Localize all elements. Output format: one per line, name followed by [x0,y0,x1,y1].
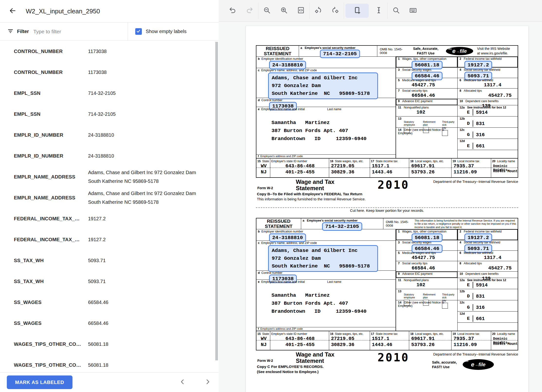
mark-as-labeled-button[interactable]: MARK AS LABELED [7,375,72,389]
label-value: 19127.2 [88,214,198,223]
crop-add-button[interactable] [345,4,369,18]
filter-input[interactable] [33,29,126,35]
label-row[interactable]: FEDERAL_INCOME_TAX_… 19127.2 [0,208,219,229]
rotate-right-button[interactable] [328,4,342,18]
label-row[interactable]: EMPL_SSN 714-32-2105 [0,83,219,104]
text-select-button[interactable] [372,4,386,18]
back-button[interactable] [7,5,18,17]
label-row[interactable]: EMPL_SSN 714-32-2105 [0,104,219,125]
undo-icon [229,6,236,15]
rotate-right-icon [331,6,339,15]
label-name: EMPL_SSN [14,90,88,96]
label-row[interactable]: EMPLR_NAME_ADDRESS Adams, Chase and Gilb… [0,166,219,187]
code-brackets-icon [297,6,305,15]
keyboard-icon [409,6,417,15]
label-row[interactable]: EMPLR_NAME_ADDRESS Adams, Chase and Gilb… [0,187,219,208]
label-row[interactable]: SS_WAGES 66584.46 [0,292,219,313]
list-scrollbar[interactable] [215,42,218,360]
w2-box12c-value: 316 [473,305,485,310]
label-row[interactable]: WAGES_TIPS_OTHER_CO… 56081.18 [0,334,219,355]
w2-box-13: 13 StatutoryemployeeRetirementplanThird-… [396,289,457,300]
previous-document-button[interactable] [178,377,187,387]
w2-box-7: 7 Social security tips66584.46 [396,89,457,99]
w2-form: REISSUEDSTATEMENT a Employee's social se… [256,218,518,350]
label-row[interactable]: EMPLR_ID_NUMBER 24-3188810 [0,125,219,145]
w2-box-c: c Employer's name, address, and ZIP code… [256,241,396,271]
w2-box7-value: 66584.46 [398,93,457,98]
w2-box12c-code: G [460,305,470,310]
w2-box-e: e Employee's first name and initialLast … [256,280,396,327]
w2-box-11: 11 Nonqualified plans102 [396,105,457,116]
w2-employer-address-highlight[interactable]: Adams, Chase and Gilbert Inc972 Gonzalez… [268,245,378,272]
toolbar-divider [309,2,310,19]
w2-state-value: 53793.26 [410,342,451,347]
w2-box-12d: 12d E661 [458,139,518,150]
label-row[interactable]: EMPLR_ID_NUMBER 24-3188810 [0,145,219,166]
w2-box-c: c Employer's name, address, and ZIP code… [256,68,396,98]
label-row[interactable]: FEDERAL_INCOME_TAX_… 19127.2 [0,229,219,250]
zoom-in-icon [280,6,288,15]
w2-box12b-value: 831 [473,294,485,299]
next-document-button[interactable] [203,377,213,387]
cut-here-line [256,207,518,208]
w2-form: REISSUEDSTATEMENT a Employee's social se… [256,45,518,178]
label-value: 56081.18 [88,361,198,369]
keyboard-button[interactable] [406,4,420,18]
w2-box-empty [458,150,518,158]
filter-icon [7,28,14,35]
label-row[interactable]: SS_WAGES 66584.46 [0,313,219,334]
w2-employer-address-highlight[interactable]: Adams, Chase and Gilbert Inc972 Gonzalez… [268,72,378,99]
label-value: 1173038 [88,47,198,56]
label-value: 24-3188810 [88,151,198,160]
w2-box12d-code: E [460,316,470,321]
label-name: CONTROL_NUMBER [14,49,88,54]
rotate-left-icon [314,6,322,15]
w2-box-12b: 12b D831 [458,289,518,300]
w2-treasury-text: Department of the Treasury--Internal Rev… [433,352,518,356]
zoom-out-button[interactable] [260,4,274,18]
w2-box12a-code: E [460,110,470,115]
w2-tax-year: 2010 [378,178,409,191]
w2-reissued-statement: REISSUEDSTATEMENT [256,46,299,56]
redo-button[interactable] [243,4,257,18]
w2-box-2: 2 Federal income tax withheld19127.2 [458,57,518,68]
show-empty-labels-checkbox[interactable] [135,28,142,35]
label-row[interactable]: SS_TAX_WH 5093.71 [0,271,219,292]
filter-bar: Filter Show empty labels [0,22,219,41]
zoom-in-button[interactable] [277,4,291,18]
w2-employee-address: Samantha Martinez387 Burton Fords Apt. 4… [258,119,396,143]
w2-box-b: b Employer identification number 24-3188… [256,229,396,241]
search-icon [392,6,400,15]
divider [128,22,128,41]
w2-box7-value: 66584.46 [398,265,457,271]
w2-box-9: 9 Advance EIC payment [396,272,457,278]
label-row[interactable]: SS_TAX_WH 5093.71 [0,250,219,271]
w2-notice-text: This information is being furnished to t… [414,219,518,229]
w2-box-e: e Employee's first name and initialLast … [256,107,396,155]
w2-state-value: 401-25-455 [271,169,329,175]
label-row[interactable]: CONTROL_NUMBER 1173038 [0,62,219,83]
label-name: WAGES_TIPS_OTHER_CO… [14,341,88,347]
w2-box-14: 14 Other (see enclosed Notice to Employe… [396,300,457,331]
document-canvas[interactable]: REISSUEDSTATEMENT a Employee's social se… [219,22,542,392]
show-empty-labels-label: Show empty labels [146,29,187,34]
label-name: EMPLR_NAME_ADDRESS [14,195,88,201]
zoom-out-icon [263,6,271,15]
code-brackets-button[interactable] [294,4,308,18]
label-row[interactable]: WAGES_TIPS_OTHER_CO… 56081.18 [0,355,219,372]
search-button[interactable] [389,4,403,18]
w2-box-a: a Employee's social security number 714-… [299,46,377,56]
w2-box12d-value: 661 [473,143,485,149]
w2-safe-accurate-text: Safe, Accurate,FAST! Use [407,46,444,56]
label-value: 5093.71 [88,277,198,286]
w2-box-12a: 12a See instructions for box 12E5914 [458,105,518,116]
w2-box-14: 14 Other (see enclosed Notice to Employe… [396,128,457,158]
w2-box-12b: 12b D831 [458,116,518,128]
rotate-left-button[interactable] [311,4,325,18]
w2-state-value: 30829.36 [330,169,370,175]
w2-copy-line: Copy C For EMPLOYEE'S RECORDS. [257,365,324,369]
label-row[interactable]: CONTROL_NUMBER 1173038 [0,41,219,62]
undo-button[interactable] [226,4,240,18]
w2-tax-year: 2010 [378,351,409,364]
w2-box-5: 5 Medicare wages and tips45427.75 [396,251,457,261]
